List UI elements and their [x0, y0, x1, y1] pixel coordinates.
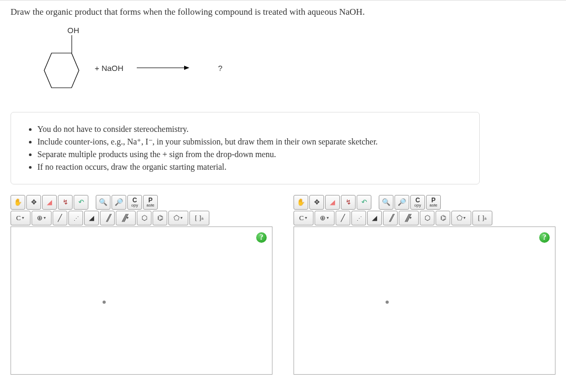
dashed-bond-button[interactable]: ⋰ — [68, 211, 83, 225]
product-placeholder: ? — [218, 64, 223, 73]
benzene-icon: ⌬ — [157, 214, 163, 222]
help-button[interactable]: ? — [256, 232, 267, 243]
canvas-origin-dot — [103, 301, 106, 304]
svg-marker-0 — [44, 53, 79, 88]
starting-material: OH — [37, 26, 84, 99]
eraser-icon: ◢ — [330, 198, 335, 207]
benzene-button[interactable]: ⌬ — [436, 211, 450, 225]
zoom-in-icon: 🔍 — [382, 198, 390, 207]
reaction-arrow-icon — [134, 63, 192, 73]
hexagon-icon: ⬡ — [142, 214, 147, 222]
element-picker-button[interactable]: C ▼ — [11, 211, 31, 225]
plus-circle-icon: ⊕ — [320, 214, 326, 222]
pointer-icon: ✥ — [31, 198, 37, 207]
charge-button[interactable]: [ ]± — [189, 211, 209, 225]
paste-button[interactable]: P aste — [426, 195, 441, 210]
cyclohexane-button[interactable]: ⬡ — [420, 211, 434, 225]
ring-picker-button[interactable]: ⬠ ▼ — [451, 211, 471, 225]
undo-icon: ↶ — [361, 198, 367, 207]
single-bond-icon: ╱ — [58, 214, 62, 222]
wedge-bond-icon: ◢ — [372, 214, 377, 222]
plus-circle-icon: ⊕ — [37, 214, 43, 222]
hint-item: You do not have to consider stereochemis… — [37, 123, 463, 136]
undo-button[interactable]: ↶ — [357, 195, 371, 210]
copy-button[interactable]: C opy — [127, 195, 142, 210]
undo-icon: ↶ — [78, 198, 84, 207]
paste-button[interactable]: P aste — [143, 195, 158, 210]
hints-box: You do not have to consider stereochemis… — [11, 112, 480, 184]
element-picker-button[interactable]: C ▼ — [294, 211, 314, 225]
chevron-down-icon: ▼ — [21, 216, 25, 220]
undo-button[interactable]: ↶ — [74, 195, 88, 210]
single-bond-button[interactable]: ╱ — [336, 211, 350, 225]
lasso-tool-button[interactable]: ↯ — [341, 195, 356, 210]
eraser-tool-button[interactable]: ◢ — [325, 195, 340, 210]
lasso-icon: ↯ — [346, 198, 351, 207]
charge-label: [ ] — [195, 214, 201, 222]
add-fragment-button[interactable]: ⊕ ▼ — [315, 211, 335, 225]
double-bond-button[interactable]: ╱╱ — [383, 211, 398, 225]
chevron-down-icon: ▼ — [409, 216, 412, 220]
hint-item: If no reaction occurs, draw the organic … — [37, 161, 463, 173]
zoom-out-icon: 🔎 — [115, 198, 123, 207]
chevron-down-icon: ▼ — [326, 216, 330, 220]
help-button[interactable]: ? — [539, 232, 550, 243]
pentagon-icon: ⬠ — [174, 214, 179, 222]
element-label: C — [299, 214, 304, 222]
hand-tool-button[interactable]: ✋ — [294, 195, 308, 210]
reaction-scheme: OH + NaOH ? — [37, 26, 555, 99]
dashed-bond-icon: ⋰ — [74, 215, 78, 221]
add-fragment-button[interactable]: ⊕ ▼ — [32, 211, 52, 225]
chevron-down-icon: ▼ — [43, 216, 47, 220]
pentagon-icon: ⬠ — [457, 214, 462, 222]
oh-bond-line — [72, 35, 72, 53]
cyclohexane-button[interactable]: ⬡ — [137, 211, 151, 225]
wedge-bond-button[interactable]: ◢ — [367, 211, 382, 225]
paste-label-bottom: aste — [429, 203, 437, 208]
paste-label-bottom: aste — [146, 203, 154, 208]
triple-bond-icon: ╱╱╱ — [122, 214, 125, 222]
sketcher-2: ✋ ✥ ◢ ↯ ↶ 🔍 🔎 C opy P aste C ▼ ⊕ — [294, 195, 555, 375]
chevron-down-icon: ▼ — [180, 216, 184, 220]
zoom-in-button[interactable]: 🔍 — [96, 195, 110, 210]
zoom-out-button[interactable]: 🔎 — [395, 195, 409, 210]
copy-button[interactable]: C opy — [410, 195, 425, 210]
chevron-down-icon: ▼ — [304, 216, 308, 220]
triple-bond-icon: ╱╱╱ — [405, 214, 408, 222]
single-bond-icon: ╱ — [341, 214, 345, 222]
hand-tool-button[interactable]: ✋ — [11, 195, 25, 210]
pointer-tool-button[interactable]: ✥ — [26, 195, 41, 210]
chevron-down-icon: ▼ — [126, 216, 129, 220]
charge-label: [ ] — [478, 214, 484, 222]
single-bond-button[interactable]: ╱ — [53, 211, 67, 225]
benzene-icon: ⌬ — [440, 214, 446, 222]
drawing-canvas[interactable]: ? — [294, 226, 555, 375]
lasso-icon: ↯ — [63, 198, 68, 207]
hint-item: Separate multiple products using the + s… — [37, 148, 463, 161]
triple-bond-button[interactable]: ╱╱╱ ▼ — [399, 211, 419, 225]
zoom-in-button[interactable]: 🔍 — [379, 195, 393, 210]
double-bond-button[interactable]: ╱╱ — [100, 211, 115, 225]
double-bond-icon: ╱╱ — [389, 214, 391, 222]
canvas-origin-dot — [386, 301, 389, 304]
cyclohexane-ring-icon — [42, 52, 82, 94]
zoom-out-button[interactable]: 🔎 — [112, 195, 126, 210]
hint-item: Include counter-ions, e.g., Na⁺, I⁻, in … — [37, 136, 463, 148]
dashed-bond-icon: ⋰ — [357, 215, 361, 221]
copy-label-bottom: opy — [132, 203, 138, 208]
lasso-tool-button[interactable]: ↯ — [58, 195, 73, 210]
wedge-bond-button[interactable]: ◢ — [84, 211, 99, 225]
ring-picker-button[interactable]: ⬠ ▼ — [168, 211, 188, 225]
pointer-tool-button[interactable]: ✥ — [309, 195, 324, 210]
benzene-button[interactable]: ⌬ — [153, 211, 167, 225]
element-label: C — [16, 214, 21, 222]
drawing-canvas[interactable]: ? — [11, 226, 272, 375]
hand-icon: ✋ — [297, 198, 305, 207]
hand-icon: ✋ — [14, 198, 22, 207]
copy-label-bottom: opy — [415, 203, 421, 208]
eraser-tool-button[interactable]: ◢ — [42, 195, 57, 210]
triple-bond-button[interactable]: ╱╱╱ ▼ — [116, 211, 136, 225]
dashed-bond-button[interactable]: ⋰ — [351, 211, 366, 225]
charge-button[interactable]: [ ]± — [472, 211, 492, 225]
chevron-down-icon: ▼ — [463, 216, 467, 220]
